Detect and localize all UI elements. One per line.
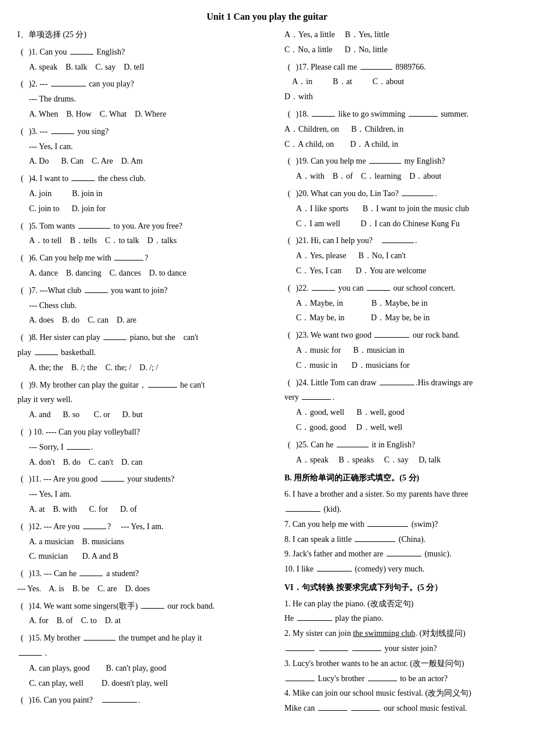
question-3: ( )3. --- you sing? --- Yes, I can. A. D… [17, 125, 273, 168]
question-1: ( )1. Can you English? A. speak B. talk … [17, 45, 273, 74]
question-12: ( )12. --- Are you ? --- Yes, I am. A. a… [17, 520, 273, 563]
question-20: ( )20. What can you do, Lin Tao? . A．I l… [284, 187, 517, 230]
right-column: A．Yes, a little B．Yes, little C．No, a li… [284, 28, 517, 719]
q16-options: A．Yes, a little B．Yes, little C．No, a li… [284, 28, 517, 57]
question-5: ( )5. Tom wants to you. Are you free? A．… [17, 219, 273, 248]
question-21: ( )21. Hi, can I help you? . A．Yes, plea… [284, 234, 517, 277]
question-23: ( )23. We want two good our rock band. A… [284, 328, 517, 372]
question-22: ( )22. you can our school concert. A．May… [284, 281, 517, 325]
question-13: ( )13. --- Can he a student? --- Yes. A.… [17, 567, 273, 596]
question-6: ( )6. Can you help me with ? A. dance B.… [17, 251, 273, 280]
left-column: I、单项选择 (25 分) ( )1. Can you English? A. … [17, 28, 273, 719]
question-19: ( )19. Can you help me my English? A．wit… [284, 154, 517, 183]
question-8: ( )8. Her sister can play piano, but she… [17, 331, 273, 374]
question-17: ( )17. Please call me 8989766. A．in B．at… [284, 60, 517, 104]
section-header-left: I、单项选择 (25 分) [17, 28, 273, 42]
question-25: ( )25. Can he it in English? A．speak B．s… [284, 438, 517, 467]
section-b: B. 用所给单词的正确形式填空。(5 分) 6. I have a brothe… [284, 471, 517, 576]
question-15: ( )15. My brother the trumpet and he pla… [17, 631, 273, 690]
question-2: ( )2. --- can you play? --- The drums. A… [17, 77, 273, 121]
question-4: ( )4. I want to the chess club. A. join … [17, 172, 273, 215]
question-9: ( )9. My brother can play the guitar， he… [17, 378, 273, 422]
question-11: ( )11. --- Are you good your students? -… [17, 472, 273, 516]
question-24: ( )24. Little Tom can draw .His drawings… [284, 376, 517, 435]
section-vi: VI．句式转换 按要求完成下列句子。(5 分） 1. He can play t… [284, 581, 517, 715]
page-title: Unit 1 Can you play the guitar [17, 12, 517, 22]
question-14: ( )14. We want some singers(歌手) our rock… [17, 599, 273, 628]
question-16: ( )16. Can you paint? . [17, 693, 273, 707]
question-18: ( )18. like to go swimming summer. A．Chi… [284, 107, 517, 151]
question-7: ( )7. ---What club you want to join? ---… [17, 284, 273, 327]
question-10: ( ) 10. ---- Can you play volleyball? --… [17, 425, 273, 469]
